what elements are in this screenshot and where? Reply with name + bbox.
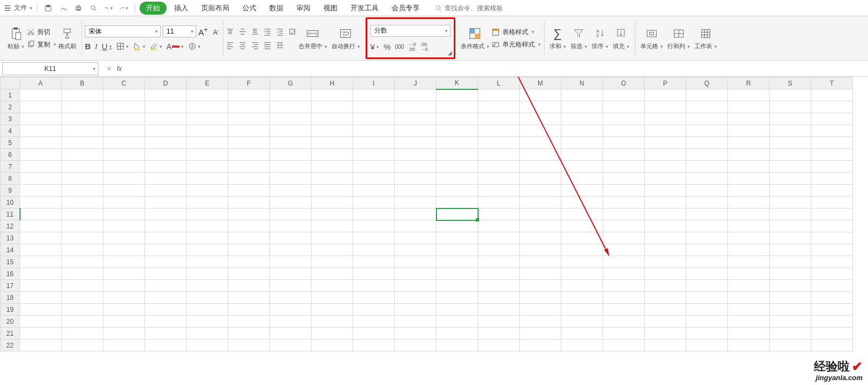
cell[interactable] xyxy=(312,304,353,316)
cell[interactable] xyxy=(561,292,603,304)
cell[interactable] xyxy=(312,197,353,208)
cell[interactable] xyxy=(312,173,353,185)
cell[interactable] xyxy=(187,173,228,185)
cell[interactable] xyxy=(520,149,561,161)
decrease-font-button[interactable]: A- xyxy=(213,27,219,36)
cell[interactable] xyxy=(145,149,187,161)
cell[interactable] xyxy=(436,244,478,256)
cell[interactable] xyxy=(728,113,770,125)
cell[interactable] xyxy=(228,137,270,149)
cell[interactable] xyxy=(645,256,686,268)
cell[interactable] xyxy=(312,220,353,232)
cell[interactable] xyxy=(561,173,603,185)
cell[interactable] xyxy=(228,232,270,244)
cell[interactable] xyxy=(770,328,811,340)
cell[interactable] xyxy=(520,113,561,125)
cell[interactable] xyxy=(603,328,645,340)
row-header[interactable]: 3 xyxy=(1,113,20,125)
cell[interactable] xyxy=(478,125,520,137)
cell[interactable] xyxy=(645,340,686,351)
cell[interactable] xyxy=(103,149,145,161)
cell[interactable] xyxy=(436,208,478,220)
cell[interactable] xyxy=(187,304,228,316)
cell[interactable] xyxy=(603,113,645,125)
cell[interactable] xyxy=(686,101,728,113)
cell[interactable] xyxy=(228,304,270,316)
cell[interactable] xyxy=(20,185,62,197)
cell[interactable] xyxy=(145,292,187,304)
cell[interactable] xyxy=(187,101,228,113)
cell[interactable] xyxy=(187,208,228,220)
cell[interactable] xyxy=(728,232,770,244)
cell[interactable] xyxy=(478,280,520,292)
cell[interactable] xyxy=(145,232,187,244)
cell[interactable] xyxy=(145,89,187,101)
cell[interactable] xyxy=(62,173,103,185)
cell[interactable] xyxy=(62,304,103,316)
cell[interactable] xyxy=(645,185,686,197)
cell[interactable] xyxy=(20,101,62,113)
cell[interactable] xyxy=(395,185,436,197)
cell[interactable] xyxy=(20,137,62,149)
underline-button[interactable]: U▾ xyxy=(102,42,112,51)
column-header[interactable]: T xyxy=(811,77,853,89)
cell[interactable] xyxy=(686,161,728,173)
row-header[interactable]: 12 xyxy=(1,220,20,232)
cell[interactable] xyxy=(728,161,770,173)
cell[interactable] xyxy=(103,268,145,280)
cell[interactable] xyxy=(478,89,520,101)
cell[interactable] xyxy=(436,173,478,185)
cell[interactable] xyxy=(20,268,62,280)
cell[interactable] xyxy=(62,197,103,208)
cell[interactable] xyxy=(811,173,853,185)
font-name-select[interactable]: ▾ xyxy=(85,25,161,37)
cell[interactable] xyxy=(145,185,187,197)
column-header[interactable]: L xyxy=(478,77,520,89)
row-header[interactable]: 21 xyxy=(1,328,20,340)
cell[interactable] xyxy=(270,173,312,185)
cell[interactable] xyxy=(728,316,770,328)
select-all-corner[interactable] xyxy=(1,77,20,89)
cell[interactable] xyxy=(770,340,811,351)
cell[interactable] xyxy=(62,316,103,328)
column-header[interactable]: D xyxy=(145,77,187,89)
cell[interactable] xyxy=(20,208,62,220)
cell[interactable] xyxy=(62,292,103,304)
tab-data[interactable]: 数据 xyxy=(264,1,289,15)
cell[interactable] xyxy=(436,137,478,149)
cell[interactable] xyxy=(270,197,312,208)
cell[interactable] xyxy=(353,197,395,208)
cell[interactable] xyxy=(520,316,561,328)
increase-font-button[interactable]: A+ xyxy=(198,26,208,37)
row-header[interactable]: 16 xyxy=(1,268,20,280)
cell[interactable] xyxy=(811,89,853,101)
cell[interactable] xyxy=(436,113,478,125)
cell[interactable] xyxy=(728,328,770,340)
save-icon[interactable] xyxy=(44,4,52,12)
increase-decimal-button[interactable]: ←0.00 xyxy=(408,42,416,52)
cell[interactable] xyxy=(478,185,520,197)
cell[interactable] xyxy=(103,137,145,149)
cell[interactable] xyxy=(228,173,270,185)
row-header[interactable]: 2 xyxy=(1,101,20,113)
cell[interactable] xyxy=(187,280,228,292)
cell[interactable] xyxy=(645,137,686,149)
column-header[interactable]: G xyxy=(270,77,312,89)
cell[interactable] xyxy=(103,244,145,256)
cell[interactable] xyxy=(395,197,436,208)
cell[interactable] xyxy=(478,161,520,173)
wrap-text-button[interactable]: 自动换行▾ xyxy=(329,25,362,51)
cell[interactable] xyxy=(312,208,353,220)
cell[interactable] xyxy=(561,316,603,328)
cell[interactable] xyxy=(62,232,103,244)
cell[interactable] xyxy=(645,125,686,137)
cell[interactable] xyxy=(728,304,770,316)
cell[interactable] xyxy=(228,256,270,268)
cell[interactable] xyxy=(811,113,853,125)
name-box[interactable]: K11 ▾ xyxy=(2,62,98,75)
cell[interactable] xyxy=(520,232,561,244)
cell[interactable] xyxy=(228,149,270,161)
cancel-icon[interactable]: ✕ xyxy=(105,64,114,73)
cell[interactable] xyxy=(270,149,312,161)
cell[interactable] xyxy=(145,268,187,280)
